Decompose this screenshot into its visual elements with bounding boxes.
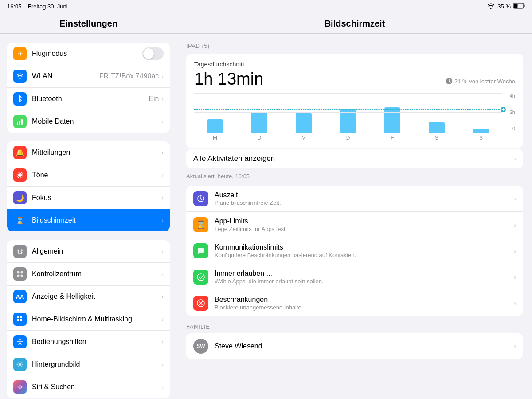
sidebar-item-fokus[interactable]: 🌙 Fokus ›: [7, 187, 170, 209]
family-group: SW Steve Wiesend ›: [186, 333, 523, 359]
family-section-label: FAMILIE: [186, 323, 523, 330]
bar-M2: [296, 113, 312, 133]
sidebar-item-hintergrundbild[interactable]: Hintergrundbild ›: [7, 353, 170, 376]
svg-point-17: [19, 363, 21, 366]
auszeit-title: Auszeit: [215, 191, 514, 199]
features-group: Auszeit Plane bildschirmfreie Zeit. › ⌛ …: [186, 186, 523, 316]
sidebar-section-connectivity: ✈ Flugmodus WLAN FRITZ!Box 7490ac: [0, 43, 177, 133]
family-member-steve[interactable]: SW Steve Wiesend ›: [186, 333, 523, 359]
wlan-icon: [13, 70, 27, 83]
sidebar-item-home[interactable]: Home-Bildschirm & Multitasking ›: [7, 308, 170, 331]
bedienungshilfen-label: Bedienungshilfen: [32, 338, 161, 346]
kommunikationslimits-text: Kommunikationslimits Konfiguriere Beschr…: [215, 243, 514, 258]
sidebar-item-toene[interactable]: Töne ›: [7, 164, 170, 187]
feature-kommunikationslimits[interactable]: Kommunikationslimits Konfiguriere Beschr…: [186, 238, 523, 264]
x-label-S2: S: [460, 135, 502, 141]
steve-chevron: ›: [514, 343, 516, 350]
anzeige-icon: AA: [13, 290, 27, 303]
wlan-label: WLAN: [32, 72, 99, 80]
svg-rect-4: [19, 121, 20, 125]
steve-initials: SW: [196, 343, 205, 349]
device-label: IPAD (5): [186, 43, 523, 49]
all-activities-row[interactable]: Alle Aktivitäten anzeigen ›: [186, 149, 523, 168]
siri-label: Siri & Suchen: [32, 383, 161, 391]
svg-point-25: [197, 274, 204, 281]
auszeit-subtitle: Plane bildschirmfreie Zeit.: [215, 200, 514, 206]
auszeit-chevron: ›: [514, 195, 516, 202]
mitteilungen-icon: 🔔: [13, 146, 27, 159]
bluetooth-label: Bluetooth: [32, 95, 149, 103]
siri-chevron: ›: [161, 383, 164, 391]
app-limits-text: App-Limits Lege Zeitlimits für Apps fest…: [215, 217, 514, 232]
fokus-icon: 🌙: [13, 191, 27, 204]
chart-area: M D M D F S S: [194, 93, 502, 141]
updated-text: Aktualisiert: heute, 16:05: [186, 169, 523, 186]
immer-erlauben-subtitle: Wähle Apps, die immer erlaubt sein solle…: [215, 278, 514, 285]
feature-immer-erlauben[interactable]: Immer erlauben ... Wähle Apps, die immer…: [186, 264, 523, 290]
sidebar-item-anzeige[interactable]: AA Anzeige & Helligkeit ›: [7, 286, 170, 308]
bluetooth-value: Ein: [149, 95, 159, 103]
bildschirmzeit-chevron: ›: [161, 217, 164, 224]
allgemein-icon: ⚙: [13, 245, 27, 258]
feature-beschraenkungen[interactable]: Beschränkungen Blockiere unangemessene I…: [186, 290, 523, 316]
status-time: 16:05: [7, 3, 22, 10]
beschraenkungen-text: Beschränkungen Blockiere unangemessene I…: [215, 296, 514, 311]
sidebar-item-mitteilungen[interactable]: 🔔 Mitteilungen ›: [7, 141, 170, 164]
all-activities-group: Alle Aktivitäten anzeigen ›: [186, 149, 523, 168]
beschraenkungen-icon: [193, 296, 208, 311]
kommunikationslimits-chevron: ›: [514, 247, 516, 254]
sidebar-item-bluetooth[interactable]: ᛒ Bluetooth Ein ›: [7, 88, 170, 110]
immer-erlauben-title: Immer erlauben ...: [215, 270, 514, 278]
kommunikationslimits-subtitle: Konfiguriere Beschränkungen basierend au…: [215, 252, 514, 258]
beschraenkungen-chevron: ›: [514, 300, 516, 307]
bar-col-6: [460, 93, 502, 133]
comparison-text: 21 % von letzter Woche: [454, 78, 515, 85]
sidebar-item-mobile-daten[interactable]: Mobile Daten ›: [7, 110, 170, 133]
feature-auszeit[interactable]: Auszeit Plane bildschirmfreie Zeit. ›: [186, 186, 523, 212]
hintergrundbild-chevron: ›: [161, 361, 164, 368]
y-label-4h: 4h: [510, 93, 515, 98]
wifi-icon: [487, 3, 495, 10]
all-activities-chevron: ›: [514, 155, 516, 162]
kontrollzentrum-chevron: ›: [161, 270, 164, 278]
y-label-2h: 2h: [510, 110, 515, 115]
fokus-label: Fokus: [32, 194, 161, 202]
sidebar: Einstellungen ✈ Flugmodus: [0, 12, 177, 399]
svg-rect-5: [21, 119, 23, 125]
status-indicators: 35 %: [487, 3, 525, 10]
sidebar-item-bildschirmzeit[interactable]: ⌛ Bildschirmzeit ›: [7, 209, 170, 231]
svg-point-6: [18, 173, 22, 177]
bluetooth-chevron: ›: [161, 95, 164, 102]
sidebar-item-siri[interactable]: Siri & Suchen ›: [7, 376, 170, 398]
feature-app-limits[interactable]: ⌛ App-Limits Lege Zeitlimits für Apps fe…: [186, 212, 523, 238]
x-label-M1: M: [194, 135, 236, 141]
sidebar-item-wlan[interactable]: WLAN FRITZ!Box 7490ac ›: [7, 65, 170, 88]
svg-point-11: [21, 275, 23, 277]
sidebar-item-allgemein[interactable]: ⚙ Allgemein ›: [7, 240, 170, 263]
home-chevron: ›: [161, 316, 164, 323]
mobile-daten-chevron: ›: [161, 118, 164, 125]
flugmodus-label: Flugmodus: [32, 50, 142, 58]
sidebar-item-flugmodus[interactable]: ✈ Flugmodus: [7, 43, 170, 65]
bedienungshilfen-chevron: ›: [161, 338, 164, 345]
status-time-date: 16:05 Freitag 30. Juni: [7, 3, 68, 10]
sidebar-item-kontrollzentrum[interactable]: Kontrollzentrum ›: [7, 263, 170, 286]
kontrollzentrum-label: Kontrollzentrum: [32, 270, 161, 278]
beschraenkungen-title: Beschränkungen: [215, 296, 514, 304]
bar-M1: [207, 119, 223, 133]
mobile-daten-label: Mobile Daten: [32, 117, 161, 125]
sidebar-section-general: ⚙ Allgemein › Kontrollzentrum: [0, 240, 177, 398]
svg-point-9: [21, 271, 23, 274]
wlan-value: FRITZ!Box 7490ac: [99, 72, 159, 80]
bluetooth-icon: ᛒ: [13, 92, 27, 106]
flugmodus-toggle[interactable]: [142, 47, 164, 60]
anzeige-chevron: ›: [161, 293, 164, 300]
chart: 4h 2h 0: [194, 93, 515, 141]
sidebar-item-bedienungshilfen[interactable]: Bedienungshilfen ›: [7, 331, 170, 353]
comparison-icon: [446, 78, 453, 85]
x-label-D1: D: [239, 135, 280, 141]
steve-text: Steve Wiesend: [215, 342, 514, 350]
bildschirmzeit-label: Bildschirmzeit: [32, 216, 161, 224]
status-bar: 16:05 Freitag 30. Juni 35 %: [0, 0, 532, 12]
svg-rect-15: [20, 319, 22, 321]
